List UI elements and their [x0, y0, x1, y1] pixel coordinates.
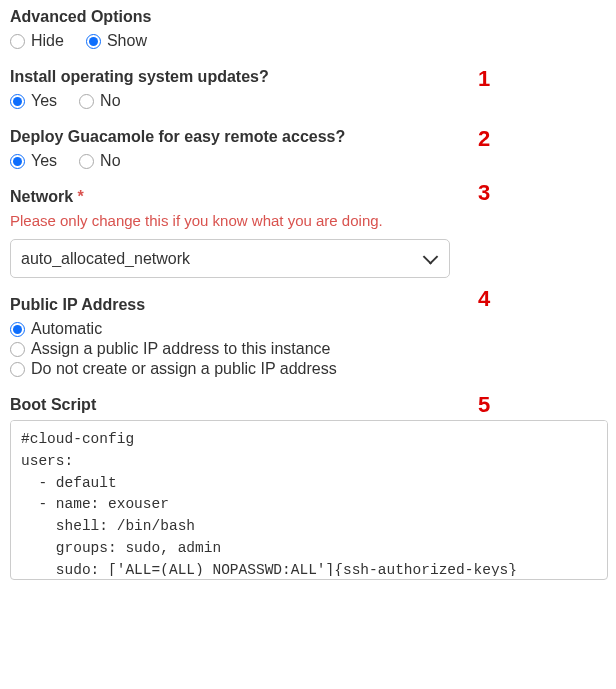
radio-updates-no[interactable] [79, 94, 94, 109]
radio-show-label: Show [107, 32, 147, 50]
annotation-4: 4 [478, 286, 490, 312]
network-title-text: Network [10, 188, 78, 205]
deploy-guacamole-radios: Yes No [10, 152, 606, 170]
advanced-options-heading: Advanced Options [10, 8, 606, 26]
advanced-options-section: Advanced Options Hide Show [10, 8, 606, 50]
radio-updates-no-label: No [100, 92, 120, 110]
install-updates-heading: Install operating system updates? [10, 68, 606, 86]
public-ip-heading: Public IP Address [10, 296, 606, 314]
deploy-guacamole-section: 2 Deploy Guacamole for easy remote acces… [10, 128, 606, 170]
boot-script-section: 5 Boot Script [10, 396, 606, 580]
radio-guac-yes[interactable] [10, 154, 25, 169]
network-select[interactable]: auto_allocated_network [10, 239, 450, 278]
radio-pip-none[interactable] [10, 362, 25, 377]
radio-pip-assign[interactable] [10, 342, 25, 357]
network-required-mark: * [78, 188, 84, 205]
radio-guac-no-label: No [100, 152, 120, 170]
radio-pip-assign-label: Assign a public IP address to this insta… [31, 340, 330, 358]
radio-updates-yes[interactable] [10, 94, 25, 109]
install-updates-section: 1 Install operating system updates? Yes … [10, 68, 606, 110]
deploy-guacamole-heading: Deploy Guacamole for easy remote access? [10, 128, 606, 146]
network-heading: Network * [10, 188, 606, 206]
boot-script-wrap [10, 420, 608, 580]
annotation-2: 2 [478, 126, 490, 152]
annotation-5: 5 [478, 392, 490, 418]
annotation-3: 3 [478, 180, 490, 206]
radio-hide[interactable] [10, 34, 25, 49]
radio-pip-none-label: Do not create or assign a public IP addr… [31, 360, 337, 378]
public-ip-section: 4 Public IP Address Automatic Assign a p… [10, 296, 606, 378]
radio-show[interactable] [86, 34, 101, 49]
radio-pip-auto-label: Automatic [31, 320, 102, 338]
radio-pip-auto[interactable] [10, 322, 25, 337]
advanced-options-radios: Hide Show [10, 32, 606, 50]
network-select-wrap: auto_allocated_network [10, 239, 450, 278]
install-updates-radios: Yes No [10, 92, 606, 110]
public-ip-radios: Automatic Assign a public IP address to … [10, 320, 606, 378]
network-section: 3 Network * Please only change this if y… [10, 188, 606, 278]
annotation-1: 1 [478, 66, 490, 92]
boot-script-textarea[interactable] [11, 421, 607, 576]
radio-updates-yes-label: Yes [31, 92, 57, 110]
network-warning: Please only change this if you know what… [10, 212, 606, 229]
radio-guac-yes-label: Yes [31, 152, 57, 170]
radio-guac-no[interactable] [79, 154, 94, 169]
boot-script-heading: Boot Script [10, 396, 606, 414]
radio-hide-label: Hide [31, 32, 64, 50]
